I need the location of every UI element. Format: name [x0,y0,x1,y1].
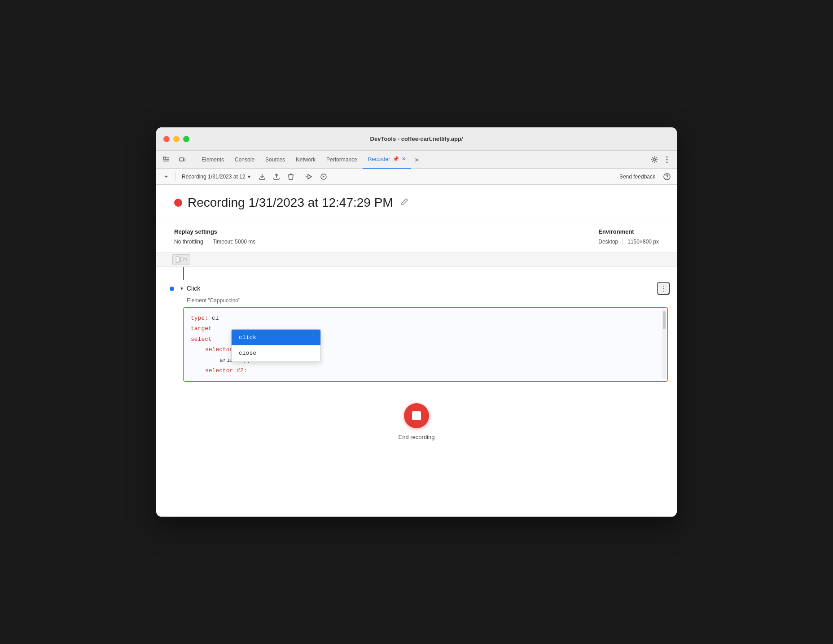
svg-point-6 [666,161,668,163]
import-button[interactable] [270,170,283,183]
code-type-line: type: cl click close [191,313,660,323]
step-menu-button[interactable]: ⋮ [657,282,670,295]
recorder-pin-icon: 📌 [393,156,399,162]
svg-rect-2 [184,159,185,161]
delete-button[interactable] [285,170,297,183]
tab-controls [160,153,189,166]
chevron-down-icon: ▾ [248,174,250,180]
svg-point-3 [653,158,656,161]
svg-point-5 [666,159,668,160]
edit-title-icon[interactable] [399,196,410,210]
maximize-button[interactable] [183,136,189,142]
svg-rect-1 [180,158,184,161]
tab-recorder[interactable]: Recorder 📌 ✕ [363,151,411,169]
replay-button[interactable] [303,170,316,183]
code-selector2-key: selector #2: [205,367,247,374]
tab-sources[interactable]: Sources [260,151,290,169]
environment-group: Environment Desktop 1150×800 px [598,228,659,245]
replay-settings-group: Replay settings No throttling Timeout: 5… [174,228,255,245]
send-feedback-button[interactable]: Send feedback [616,172,659,182]
end-recording-section: End recording [156,385,677,454]
tab-divider-1 [194,155,194,164]
svg-rect-0 [163,157,166,159]
step-connector-line [183,267,184,280]
toolbar-divider-2 [300,172,300,181]
recorder-close-icon[interactable]: ✕ [402,156,406,162]
thumbnail-strip [156,252,677,267]
autocomplete-item-close[interactable]: close [232,345,320,361]
code-target-key: target [191,325,212,332]
step-replay-button[interactable] [317,170,330,183]
recording-selector-dropdown[interactable]: Recording 1/31/2023 at 12 ▾ [178,170,254,183]
code-editor: type: cl click close t [183,307,668,382]
recorder-toolbar: + Recording 1/31/2023 at 12 ▾ [156,169,677,185]
code-scrollbar-track[interactable] [662,309,666,379]
code-scrollbar-thumb [663,311,666,329]
main-content: Recording 1/31/2023 at 12:47:29 PM Repla… [156,185,677,517]
export-button[interactable] [256,170,268,183]
tab-console[interactable]: Console [229,151,260,169]
close-button[interactable] [163,136,170,142]
tab-network[interactable]: Network [290,151,321,169]
recording-status-dot [174,199,182,207]
throttling-value: No throttling [174,239,203,245]
minimize-button[interactable] [173,136,180,142]
title-bar: DevTools - coffee-cart.netlify.app/ [156,127,677,151]
device-toggle-icon[interactable] [176,153,189,166]
step-name: Click [187,285,200,292]
code-type-value: cl [212,315,219,322]
timeout-value: Timeout: 5000 ms [213,239,256,245]
tab-elements[interactable]: Elements [196,151,229,169]
stop-icon [412,411,421,420]
inspector-icon[interactable] [160,153,172,166]
tab-bar: Elements Console Sources Network Perform… [156,151,677,169]
autocomplete-dropdown: click close [231,329,321,362]
recording-header: Recording 1/31/2023 at 12:47:29 PM [156,185,677,219]
devtools-window: DevTools - coffee-cart.netlify.app/ Elem… [156,127,677,517]
help-button[interactable] [661,170,673,183]
recording-title: Recording 1/31/2023 at 12:47:29 PM [188,196,393,210]
tab-performance[interactable]: Performance [321,151,363,169]
replay-settings-section: Replay settings No throttling Timeout: 5… [156,219,677,252]
traffic-lights [163,136,189,142]
step-indicator-dot [170,287,174,291]
svg-point-9 [666,178,667,179]
step-expand-arrow: ▼ [180,286,184,291]
toolbar-divider-1 [175,172,175,181]
more-options-icon[interactable] [661,153,673,166]
settings-icon[interactable] [648,153,661,166]
thumbnail-1 [172,254,190,265]
environment-heading: Environment [598,228,659,235]
step-element-detail: Element "Cappuccino" [187,297,677,304]
svg-point-4 [666,156,668,157]
code-selectors-key: select [191,336,212,343]
viewport-value: 1150×800 px [627,239,659,245]
replay-settings-values: No throttling Timeout: 5000 ms [174,239,255,245]
step-header[interactable]: ▼ Click [180,285,200,292]
environment-values: Desktop 1150×800 px [598,239,659,245]
autocomplete-item-click[interactable]: click [232,330,320,345]
code-type-key: type: [191,315,208,322]
end-recording-label: End recording [399,434,435,440]
replay-settings-heading: Replay settings [174,228,255,235]
device-value: Desktop [598,239,618,245]
more-tabs-button[interactable]: » [411,156,422,164]
code-selector2-line: selector #2: [191,366,660,376]
end-recording-button[interactable] [404,403,429,428]
window-title: DevTools - coffee-cart.netlify.app/ [370,135,463,142]
env-value-divider [623,239,623,245]
settings-value-divider [208,239,208,245]
add-recording-button[interactable]: + [160,170,172,183]
